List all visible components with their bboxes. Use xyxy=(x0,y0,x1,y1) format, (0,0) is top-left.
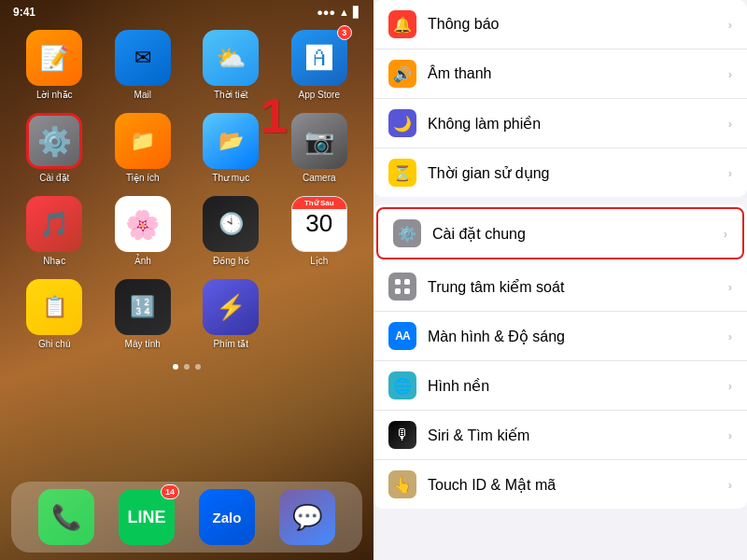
app-label-camera: Camera xyxy=(303,173,336,183)
reminders-symbol: 📝 xyxy=(39,44,69,73)
settings-khong-lam-phien[interactable]: 🌙 Không làm phiền › xyxy=(374,99,747,148)
settings-thoi-gian-su-dung[interactable]: ⏳ Thời gian sử dụng › xyxy=(374,148,747,197)
app-label-appstore: App Store xyxy=(299,90,340,100)
app-clock[interactable]: 🕙 Đồng hồ xyxy=(193,196,269,266)
app-label-calendar: Lịch xyxy=(310,256,328,266)
settings-man-hinh[interactable]: AA Màn hình & Độ sáng › xyxy=(374,312,747,361)
thong-bao-chevron: › xyxy=(728,18,732,32)
hn-chevron: › xyxy=(728,379,732,393)
app-photos[interactable]: 🌸 Ảnh xyxy=(106,196,181,266)
line-badge: 14 xyxy=(161,484,179,499)
settings-hinh-nen[interactable]: 🌐 Hình nền › xyxy=(374,361,747,411)
svg-rect-3 xyxy=(404,288,410,294)
thong-bao-label: Thông báo xyxy=(428,16,728,33)
app-notes[interactable]: 📋 Ghi chú xyxy=(17,279,92,349)
wifi-icon: ▲ xyxy=(339,7,349,18)
app-icon-mail: ✉ xyxy=(115,30,171,86)
aa-icon: AA xyxy=(395,329,409,343)
signal-icon: ●●● xyxy=(317,7,335,18)
settings-am-thanh[interactable]: 🔊 Âm thanh › xyxy=(374,49,747,99)
files-symbol: 📂 xyxy=(218,129,244,153)
dock-icon-line: LINE 14 xyxy=(119,489,175,545)
moon-icon: 🌙 xyxy=(393,115,412,133)
settings-thong-bao[interactable]: 🔔 Thông báo › xyxy=(374,0,747,49)
zalo-symbol: Zalo xyxy=(213,510,242,525)
appstore-symbol: 🅰 xyxy=(306,43,332,74)
svg-rect-0 xyxy=(395,279,401,285)
app-label-weather: Thời tiết xyxy=(214,90,247,100)
dock-icon-phone: 📞 xyxy=(38,489,94,545)
shortcuts-symbol: ⚡ xyxy=(216,293,246,322)
app-label-calculator: Máy tính xyxy=(125,339,161,349)
app-settings[interactable]: ⚙️ Cài đặt xyxy=(17,113,92,183)
mh-icon: AA xyxy=(388,322,416,350)
tgsd-label: Thời gian sử dụng xyxy=(428,164,728,182)
ttks-chevron: › xyxy=(728,280,732,294)
app-icon-camera: 📷 xyxy=(291,113,347,169)
app-mail[interactable]: ✉ Mail xyxy=(106,30,181,100)
dock-phone[interactable]: 📞 xyxy=(38,489,94,545)
dock-messenger[interactable]: 💬 xyxy=(279,489,335,545)
control-center-icon xyxy=(394,278,411,295)
dock-icon-zalo: Zalo xyxy=(199,489,255,545)
app-label-mail: Mail xyxy=(134,90,151,100)
app-label-notes: Ghi chú xyxy=(38,339,70,349)
app-label-clock: Đồng hồ xyxy=(213,256,249,266)
svg-rect-2 xyxy=(395,288,401,294)
app-grid: 📝 Lời nhắc ✉ Mail ⛅ Thời tiết 🅰 3 App St… xyxy=(0,21,374,358)
app-icon-reminders: 📝 xyxy=(26,30,82,86)
app-reminders[interactable]: 📝 Lời nhắc xyxy=(17,30,92,100)
page-dots xyxy=(0,358,374,375)
app-camera[interactable]: 📷 Camera xyxy=(282,113,358,183)
hn-icon: 🌐 xyxy=(388,371,416,399)
app-icon-calendar: Thứ Sáu 30 xyxy=(291,196,347,252)
thong-bao-icon: 🔔 xyxy=(388,10,416,38)
settings-touch-id[interactable]: 👆 Touch ID & Mật mã › xyxy=(374,460,747,509)
weather-symbol: ⛅ xyxy=(216,44,246,73)
mh-label: Màn hình & Độ sáng xyxy=(428,328,728,345)
app-label-reminders: Lời nhắc xyxy=(36,90,73,100)
app-label-music: Nhạc xyxy=(43,256,65,266)
wallpaper-icon: 🌐 xyxy=(393,377,412,395)
settings-cai-dat-chung[interactable]: ⚙️ Cài đặt chung › xyxy=(376,207,744,259)
gear-icon: ⚙️ xyxy=(398,225,416,243)
cdc-label: Cài đặt chung xyxy=(432,225,724,243)
settings-trung-tam[interactable]: Trung tâm kiểm soát › xyxy=(374,262,747,312)
ttks-icon xyxy=(388,273,416,301)
settings-symbol: ⚙️ xyxy=(37,125,72,158)
app-calculator[interactable]: 🔢 Máy tính xyxy=(106,279,181,349)
dock-line[interactable]: LINE 14 xyxy=(119,489,175,545)
speaker-icon: 🔊 xyxy=(393,65,412,83)
touchid-chevron: › xyxy=(728,478,732,492)
app-calendar[interactable]: Thứ Sáu 30 Lịch xyxy=(282,196,358,266)
line-symbol: LINE xyxy=(127,508,165,527)
dot-1 xyxy=(173,364,178,370)
app-files[interactable]: 📂 Thư mục xyxy=(193,113,269,183)
dock-icon-messenger: 💬 xyxy=(279,489,335,545)
settings-siri[interactable]: 🎙 Siri & Tìm kiếm › xyxy=(374,411,747,460)
music-symbol: 🎵 xyxy=(39,210,69,239)
app-shortcuts[interactable]: ⚡ Phím tắt xyxy=(193,279,269,349)
svg-rect-1 xyxy=(404,279,410,285)
notes-symbol: 📋 xyxy=(42,295,67,319)
app-appstore[interactable]: 🅰 3 App Store xyxy=(282,30,358,100)
am-thanh-chevron: › xyxy=(728,67,732,81)
dock-zalo[interactable]: Zalo xyxy=(199,489,255,545)
app-weather[interactable]: ⛅ Thời tiết xyxy=(193,30,269,100)
app-music[interactable]: 🎵 Nhạc xyxy=(17,196,92,266)
app-icon-weather: ⛅ xyxy=(203,30,259,86)
dock: 📞 LINE 14 Zalo 💬 xyxy=(11,482,362,553)
app-utilities[interactable]: 📁 Tiện ích xyxy=(106,113,181,183)
hourglass-icon: ⏳ xyxy=(393,164,412,182)
battery-icon: ▋ xyxy=(353,7,360,19)
app-icon-files: 📂 xyxy=(203,113,259,169)
siri-icon: 🎙 xyxy=(388,421,416,449)
tgsd-icon: ⏳ xyxy=(388,159,416,187)
app-label-photos: Ảnh xyxy=(134,256,151,266)
dot-3 xyxy=(195,364,201,370)
app-icon-music: 🎵 xyxy=(26,196,82,252)
cdc-chevron: › xyxy=(724,227,727,241)
hn-label: Hình nền xyxy=(428,377,728,395)
touchid-icon: 👆 xyxy=(388,470,416,498)
mh-chevron: › xyxy=(728,329,732,343)
